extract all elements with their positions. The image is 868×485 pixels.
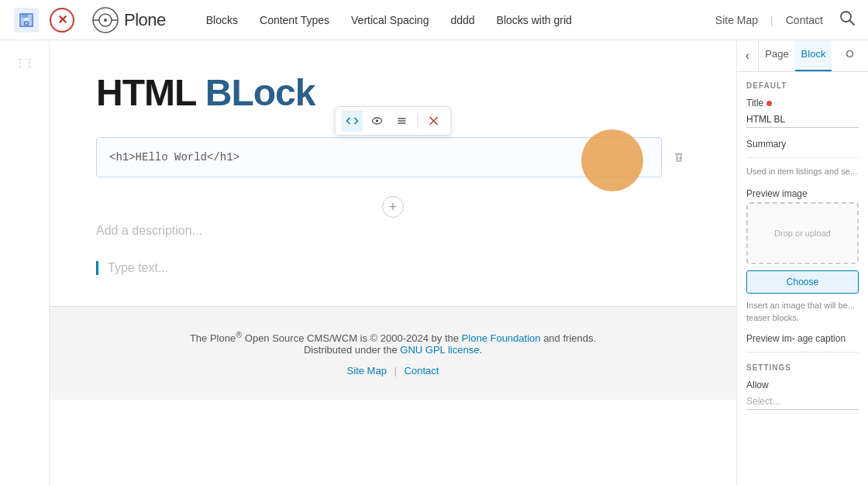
- left-sidebar: ⋮⋮: [0, 40, 50, 485]
- add-icon: +: [389, 199, 398, 215]
- drop-zone[interactable]: Drop or upload: [746, 202, 859, 264]
- allow-field: Allow Select...: [746, 380, 859, 410]
- svg-point-11: [376, 119, 379, 122]
- tab-block[interactable]: Block: [795, 40, 832, 71]
- logo-text: Plone: [124, 10, 166, 30]
- choose-button[interactable]: Choose: [746, 270, 859, 294]
- panel-tabs-row: ‹ Page Block O: [737, 40, 868, 72]
- title-input[interactable]: [746, 112, 859, 128]
- nav-vertical-spacing[interactable]: Vertical Spacing: [351, 14, 429, 26]
- insert-hint: Insert an image that will be... teaser b…: [746, 300, 859, 324]
- add-block-btn[interactable]: +: [382, 196, 404, 218]
- close-icon: ✕: [57, 12, 67, 27]
- page-content: HTML BLock: [50, 40, 736, 485]
- row-actions: [668, 137, 690, 177]
- settings-section: SETTINGS Allow Select...: [746, 363, 859, 410]
- title-field-row: Title: [746, 98, 859, 128]
- title-field-label: Title: [746, 98, 859, 108]
- save-button[interactable]: [12, 6, 40, 34]
- allow-label: Allow: [746, 380, 859, 390]
- settings-label: SETTINGS: [746, 363, 859, 372]
- toolbar-eye-btn[interactable]: [367, 110, 388, 132]
- main-area: ⋮⋮ HTML BLock: [0, 40, 868, 485]
- tab-page[interactable]: Page: [759, 40, 795, 71]
- nav-blocks[interactable]: Blocks: [206, 14, 238, 26]
- nav-content-types[interactable]: Content Types: [260, 14, 329, 26]
- tab-other[interactable]: O: [832, 40, 868, 71]
- preview-image-section: Preview image Drop or upload Choose Inse…: [746, 188, 859, 324]
- required-indicator: [766, 101, 772, 106]
- section-default-label: DEFAULT: [746, 81, 859, 90]
- footer-pipe: |: [394, 365, 397, 377]
- footer-text: The Plone® Open Source CMS/WCM is © 2000…: [65, 330, 721, 344]
- caption-divider: [746, 352, 859, 353]
- footer-friends: and friends.: [541, 332, 597, 344]
- text-block: Type text...: [96, 261, 690, 275]
- main-nav: Blocks Content Types Vertical Spacing dd…: [206, 14, 572, 26]
- topbar: ✕ Plone Blocks Content Types Vertical Sp…: [0, 0, 868, 40]
- svg-rect-0: [14, 8, 39, 33]
- nav-blocks-with-grid[interactable]: Blocks with grid: [497, 14, 572, 26]
- topbar-sep: |: [770, 14, 773, 26]
- panel-body: DEFAULT Title Summary Used in item listi…: [737, 72, 868, 485]
- footer-nav: Site Map | Contact: [65, 365, 721, 377]
- topbar-links: Site Map | Contact: [715, 14, 823, 26]
- footer-period: .: [479, 344, 482, 356]
- gpl-link[interactable]: GNU GPL license: [400, 344, 479, 356]
- toolbar-code-btn[interactable]: [342, 110, 363, 132]
- circle-decoration: [581, 129, 643, 191]
- caption-label: Preview im- age caption: [746, 333, 859, 344]
- summary-field-row: Summary Used in item listings and se...: [746, 139, 859, 177]
- site-map-link[interactable]: Site Map: [715, 14, 758, 26]
- drop-zone-text: Drop or upload: [774, 227, 831, 240]
- preview-image-label: Preview image: [746, 188, 859, 199]
- footer-contact[interactable]: Contact: [405, 365, 439, 377]
- delete-row-btn[interactable]: [668, 146, 690, 168]
- plone-logo-icon: [91, 6, 119, 34]
- panel-back-btn[interactable]: ‹: [737, 40, 759, 71]
- search-icon[interactable]: [839, 9, 856, 30]
- toolbar-sep: [418, 113, 418, 129]
- block-toolbar: [335, 106, 452, 136]
- description-placeholder[interactable]: Add a description...: [96, 224, 690, 238]
- title-html: HTML: [96, 72, 195, 113]
- chevron-left-icon: ‹: [746, 49, 749, 63]
- nav-dddd[interactable]: dddd: [450, 14, 474, 26]
- title-block: BLock: [205, 72, 315, 113]
- footer-site-map[interactable]: Site Map: [347, 365, 387, 377]
- logo: Plone: [91, 6, 166, 34]
- drag-handle[interactable]: ⋮⋮: [16, 57, 34, 68]
- code-content: <h1>HEllo World</h1>: [109, 151, 239, 163]
- svg-point-5: [104, 19, 107, 22]
- summary-divider: [746, 157, 859, 158]
- toolbar-close-btn[interactable]: [423, 110, 445, 132]
- contact-link[interactable]: Contact: [786, 14, 823, 26]
- footer-reg: ®: [236, 330, 242, 339]
- footer-cms: Open Source CMS/WCM is © 2000-2024 by th…: [242, 332, 461, 344]
- page-footer: The Plone® Open Source CMS/WCM is © 2000…: [50, 306, 736, 400]
- text-placeholder[interactable]: Type text...: [108, 261, 690, 275]
- caption-field-row: Preview im- age caption: [746, 333, 859, 353]
- summary-hint: Used in item listings and se...: [746, 166, 859, 177]
- add-block-row: +: [96, 196, 690, 218]
- html-block-editor: <h1>HEllo World</h1>: [96, 137, 690, 177]
- toolbar-list-btn[interactable]: [391, 110, 413, 132]
- footer-license-line: Distributed under the GNU GPL license.: [65, 344, 721, 356]
- right-panel: ‹ Page Block O DEFAULT Title Summary Use…: [736, 40, 868, 485]
- allow-select[interactable]: Select...: [746, 394, 859, 410]
- close-button[interactable]: ✕: [50, 8, 74, 33]
- footer-distributed: Distributed under the: [304, 344, 400, 356]
- summary-field-label: Summary: [746, 139, 859, 150]
- plone-foundation-link[interactable]: Plone Foundation: [462, 332, 541, 344]
- topbar-right: Site Map | Contact: [715, 9, 856, 30]
- footer-plone: The Plone: [190, 332, 236, 344]
- svg-line-9: [850, 21, 855, 26]
- code-input[interactable]: <h1>HEllo World</h1>: [96, 137, 662, 177]
- topbar-left: ✕ Plone Blocks Content Types Vertical Sp…: [12, 6, 572, 34]
- page-inner: HTML BLock: [50, 40, 736, 306]
